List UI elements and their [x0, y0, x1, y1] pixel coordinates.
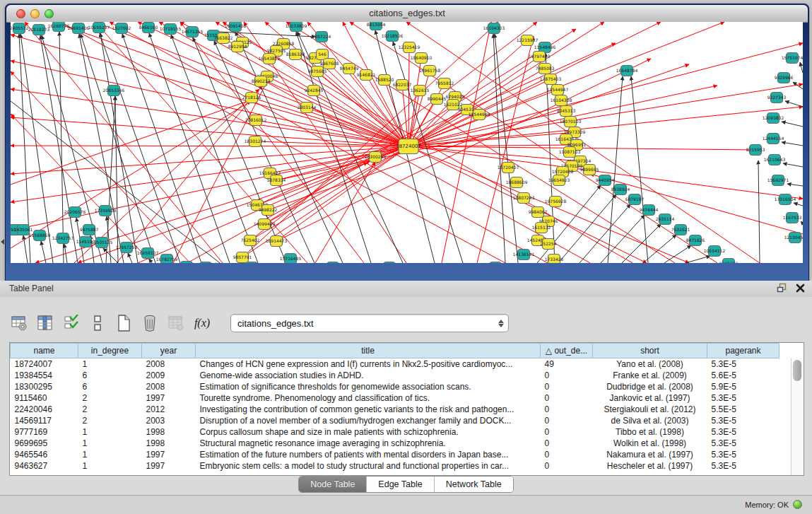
graph-node[interactable]: 18724007 — [396, 139, 421, 154]
graph-node[interactable]: 19218506 — [382, 31, 404, 42]
table-cell[interactable]: 5.6E-5 — [707, 370, 779, 381]
table-cell[interactable]: 0 — [541, 449, 593, 460]
table-cell[interactable]: 9699695 — [11, 438, 78, 449]
table-cell[interactable]: 1 — [78, 426, 142, 438]
table-cell[interactable]: 14569117 — [11, 415, 78, 426]
table-cell[interactable]: Stergiakouli et al. (2012) — [593, 404, 707, 415]
table-cell[interactable]: 5.3E-5 — [707, 415, 779, 426]
graph-node[interactable]: 1167533 — [783, 213, 802, 223]
table-cell[interactable]: 1997 — [142, 449, 196, 460]
graph-node[interactable]: 11544947 — [547, 85, 569, 95]
graph-node[interactable]: 20691406 — [68, 23, 90, 34]
float-panel-icon[interactable] — [777, 283, 787, 296]
graph-node[interactable]: 16961758 — [419, 66, 441, 76]
graph-node[interactable]: 1588520 — [375, 75, 394, 86]
table-cell[interactable]: Corpus callosum shape and size in male p… — [196, 426, 541, 438]
table-cell[interactable]: Estimation of the future numbers of pati… — [196, 449, 541, 460]
table-cell[interactable]: 5.3E-5 — [707, 358, 779, 370]
table-cell[interactable]: 9777169 — [11, 426, 78, 438]
graph-node[interactable]: 9856121 — [196, 262, 216, 264]
table-cell[interactable]: 1 — [78, 460, 142, 472]
row-options-button[interactable] — [88, 314, 107, 333]
graph-node[interactable]: 9227343 — [767, 93, 787, 103]
table-header-row[interactable]: namein_degreeyeartitle△ out_de...shortpa… — [11, 344, 779, 358]
graph-node[interactable]: 7632621 — [671, 225, 690, 235]
graph-node[interactable]: 12923468 — [176, 262, 198, 264]
graph-node[interactable]: 8813054 — [367, 22, 386, 30]
table-cell[interactable]: 1 — [78, 358, 142, 370]
graph-node[interactable]: 12325419 — [399, 42, 420, 53]
table-cell[interactable]: 49 — [541, 358, 593, 370]
tab-edge-table[interactable]: Edge Table — [367, 477, 434, 492]
table-cell[interactable]: Wolkin et al. (1998) — [593, 438, 707, 449]
table-row[interactable]: 1456911722003Disruption of a novel membe… — [11, 415, 779, 426]
graph-node[interactable]: 2405572 — [11, 23, 29, 34]
table-cell[interactable]: 0 — [541, 438, 593, 449]
graph-node[interactable]: 20518373 — [28, 25, 50, 35]
graph-node[interactable]: 15692971 — [767, 175, 789, 186]
graph-node[interactable]: 12100453 — [784, 233, 803, 243]
table-cell[interactable]: 5.9E-5 — [707, 381, 779, 392]
table-cell[interactable]: Dudbridge et al. (2008) — [593, 381, 707, 392]
table-cell[interactable]: 6 — [78, 370, 142, 381]
table-cell[interactable]: Yano et al. (2008) — [593, 358, 707, 370]
column-header-out_de[interactable]: △ out_de... — [541, 344, 593, 358]
tab-node-table[interactable]: Node Table — [299, 477, 367, 492]
table-cell[interactable]: 2008 — [142, 358, 196, 370]
table-cell[interactable]: 0 — [541, 460, 593, 472]
network-canvas[interactable]: 2405572205183731626077620691406106552571… — [11, 22, 803, 263]
table-cell[interactable]: 0 — [541, 426, 593, 438]
import-table-disabled-button[interactable] — [167, 314, 185, 333]
table-cell[interactable]: 0 — [541, 415, 593, 426]
table-cell[interactable]: 2 — [78, 404, 142, 415]
table-cell[interactable]: 2 — [78, 415, 142, 426]
table-cell[interactable]: 2012 — [142, 404, 196, 415]
graph-node[interactable]: 10655257 — [88, 23, 110, 33]
table-cell[interactable]: Hescheler et al. (1997) — [593, 460, 707, 472]
graph-node[interactable]: 7857224 — [312, 32, 331, 42]
table-cell[interactable]: 1997 — [142, 392, 196, 404]
table-row[interactable]: 1872400712008Changes of HCN gene express… — [11, 358, 779, 370]
graph-node[interactable]: 14136141 — [513, 250, 535, 260]
column-header-pagerank[interactable]: pagerank — [707, 344, 779, 358]
table-cell[interactable]: Embryonic stem cells: a model to study s… — [196, 460, 541, 472]
new-table-button[interactable] — [114, 314, 133, 333]
column-header-title[interactable]: title — [196, 344, 541, 358]
table-cell[interactable]: 2 — [78, 392, 142, 404]
table-row[interactable]: 911546021997Tourette syndrome. Phenomeno… — [11, 392, 779, 404]
graph-node[interactable]: 16104303 — [483, 23, 505, 34]
table-cell[interactable]: 1 — [78, 438, 142, 449]
graph-node[interactable]: 9857791 — [233, 252, 252, 263]
graph-node[interactable]: 8466113 — [380, 262, 399, 264]
graph-node[interactable]: 9245652 — [719, 259, 739, 264]
graph-node[interactable]: 2803144 — [298, 103, 317, 113]
graph-node[interactable]: 10688609 — [506, 177, 528, 188]
graph-node[interactable]: 2935114 — [656, 214, 675, 225]
function-builder-button[interactable]: f(x) — [193, 314, 211, 333]
table-cell[interactable]: 1997 — [142, 460, 196, 472]
table-cell[interactable]: 5.3E-5 — [707, 449, 779, 460]
table-cell[interactable]: 2008 — [142, 381, 196, 392]
table-cell[interactable]: 19384554 — [11, 370, 78, 381]
column-header-name[interactable]: name — [11, 344, 78, 358]
tab-network-table[interactable]: Network Table — [435, 477, 513, 492]
table-selector-dropdown[interactable]: citations_edges.txt — [230, 314, 509, 332]
network-window-titlebar[interactable]: citations_edges.txt — [6, 5, 808, 23]
graph-node[interactable]: 9245612 — [324, 262, 343, 264]
column-selection-button[interactable] — [36, 314, 54, 333]
table-cell[interactable]: 9465546 — [11, 449, 78, 460]
close-panel-icon[interactable] — [796, 283, 805, 296]
table-cell[interactable]: Changes of HCN gene expression and I(f) … — [196, 358, 541, 370]
table-cell[interactable]: 5.3E-5 — [707, 438, 779, 449]
table-cell[interactable]: 18300295 — [11, 381, 78, 392]
table-cell[interactable]: 5.3E-5 — [707, 426, 779, 438]
graph-node[interactable]: 19756928 — [545, 197, 567, 207]
graph-node[interactable]: 12342757 — [52, 233, 74, 244]
table-scrollbar-thumb[interactable] — [793, 360, 801, 381]
table-settings-button[interactable] — [10, 314, 28, 333]
graph-node[interactable]: 16033809 — [286, 22, 307, 32]
table-cell[interactable]: Jankovic et al. (1997) — [593, 392, 707, 404]
table-cell[interactable]: 5.3E-5 — [707, 460, 779, 472]
table-row[interactable]: 946554611997Estimation of the future num… — [11, 449, 779, 460]
graph-node[interactable]: 8215953 — [746, 145, 765, 156]
